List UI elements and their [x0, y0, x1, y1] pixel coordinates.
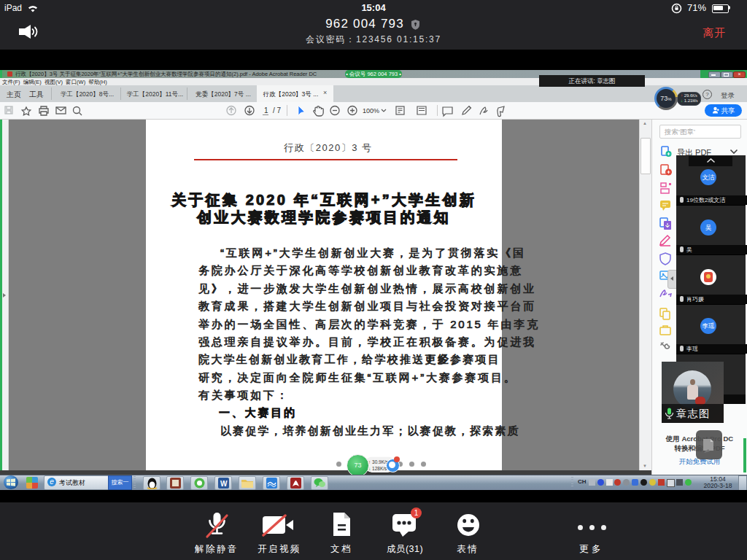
svg-text:/ 7: / 7	[273, 106, 282, 114]
svg-text:W: W	[220, 480, 228, 488]
svg-text:100%: 100%	[363, 107, 379, 114]
svg-text:1: 1	[264, 106, 268, 114]
